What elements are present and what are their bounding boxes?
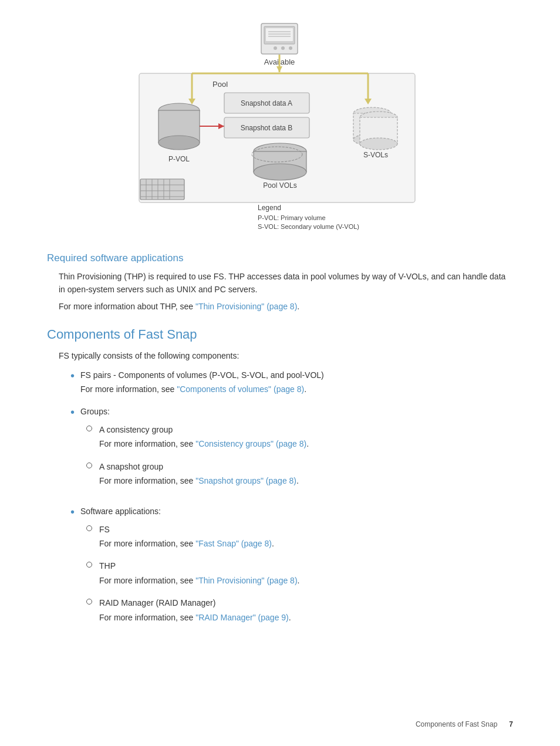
svg-text:P-VOL: Primary volume: P-VOL: Primary volume <box>258 214 326 221</box>
sub-title-snapshot: A snapshot group <box>99 460 299 473</box>
bullet-item-fs-pairs: • FS pairs - Components of volumes (P-VO… <box>70 369 513 397</box>
bullet-dot-3: • <box>70 505 75 519</box>
required-software-para2-suffix: . <box>297 302 299 311</box>
svg-text:Legend: Legend <box>258 204 281 212</box>
sub-content-snapshot: A snapshot group For more information, s… <box>99 460 299 489</box>
required-software-body: Thin Provisioning (THP) is required to u… <box>59 270 513 313</box>
components-intro: FS typically consists of the following c… <box>59 349 513 362</box>
svg-point-22 <box>158 136 200 150</box>
sub-item-fs: FS For more information, see "Fast Snap"… <box>86 523 513 552</box>
sub-content-thp: THP For more information, see "Thin Prov… <box>99 559 299 588</box>
svg-text:Pool VOLs: Pool VOLs <box>263 181 296 190</box>
footer-label: Components of Fast Snap <box>416 720 497 728</box>
fast-snap-link[interactable]: "Fast Snap" (page 8) <box>195 539 272 548</box>
consistency-groups-link[interactable]: "Consistency groups" (page 8) <box>195 439 306 448</box>
diagram-svg: Available Pool P-VOL <box>116 18 444 235</box>
raid-manager-link[interactable]: "RAID Manager" (page 9) <box>195 613 289 622</box>
sub-dot-4 <box>86 562 92 568</box>
svg-text:S-VOL: Secondary volume (V-VOL: S-VOL: Secondary volume (V-VOL) <box>258 223 359 230</box>
sub-content-raid: RAID Manager (RAID Manager) For more inf… <box>99 596 291 625</box>
svg-text:Snapshot data A: Snapshot data A <box>241 99 292 107</box>
bullet-text-2: Groups: <box>80 405 513 418</box>
required-software-para2-prefix: For more information about THP, see <box>59 302 195 311</box>
required-software-heading: Required software applications <box>47 252 513 264</box>
bullet-dot-2: • <box>70 405 75 419</box>
components-fast-snap-section: Components of Fast Snap FS typically con… <box>47 327 513 633</box>
groups-sub-list: A consistency group For more information… <box>86 423 513 489</box>
software-sub-list: FS For more information, see "Fast Snap"… <box>86 523 513 625</box>
svg-text:S-VOLs: S-VOLs <box>363 151 388 159</box>
components-fast-snap-heading: Components of Fast Snap <box>47 327 513 342</box>
bullet-dot-1: • <box>70 369 75 383</box>
sub-link-fs: For more information, see "Fast Snap" (p… <box>99 537 274 550</box>
bullet-item-software: • Software applications: FS For more inf… <box>70 505 513 633</box>
sub-content-consistency: A consistency group For more information… <box>99 423 309 452</box>
components-volumes-link[interactable]: "Components of volumes" (page 8) <box>177 384 304 394</box>
svg-point-32 <box>254 164 306 180</box>
sub-title-fs: FS <box>99 523 274 536</box>
sub-link-raid: For more information, see "RAID Manager"… <box>99 611 291 624</box>
sub-dot-3 <box>86 525 92 531</box>
bullet-link-1: For more information, see "Components of… <box>80 383 513 396</box>
bullet-item-groups: • Groups: A consistency group For more i… <box>70 405 513 497</box>
thin-provisioning-link[interactable]: "Thin Provisioning" (page 8) <box>195 302 297 311</box>
snapshot-groups-link[interactable]: "Snapshot groups" (page 8) <box>195 476 296 485</box>
required-software-section: Required software applications Thin Prov… <box>47 252 513 313</box>
svg-point-6 <box>274 46 277 50</box>
bullet-content-1: FS pairs - Components of volumes (P-VOL,… <box>80 369 513 397</box>
sub-dot-1 <box>86 426 92 431</box>
svg-point-40 <box>360 138 397 150</box>
sub-dot-5 <box>86 599 92 605</box>
page: Available Pool P-VOL <box>0 0 560 746</box>
page-footer: Components of Fast Snap 7 <box>416 720 513 728</box>
svg-text:Snapshot data B: Snapshot data B <box>241 124 293 132</box>
components-fast-snap-body: FS typically consists of the following c… <box>59 349 513 633</box>
svg-text:P-VOL: P-VOL <box>168 155 190 163</box>
svg-rect-2 <box>266 28 293 41</box>
svg-marker-13 <box>276 66 282 72</box>
sub-title-consistency: A consistency group <box>99 423 309 436</box>
sub-title-thp: THP <box>99 559 299 572</box>
sub-dot-2 <box>86 463 92 468</box>
svg-point-8 <box>289 46 292 50</box>
bullet-text-3: Software applications: <box>80 505 513 518</box>
sub-content-fs: FS For more information, see "Fast Snap"… <box>99 523 274 552</box>
required-software-para2: For more information about THP, see "Thi… <box>59 300 513 313</box>
sub-link-thp: For more information, see "Thin Provisio… <box>99 574 299 587</box>
sub-link-snapshot: For more information, see "Snapshot grou… <box>99 474 299 487</box>
footer-page: 7 <box>509 720 513 728</box>
svg-point-7 <box>281 46 285 50</box>
sub-item-thp: THP For more information, see "Thin Prov… <box>86 559 513 588</box>
sub-item-snapshot-group: A snapshot group For more information, s… <box>86 460 513 489</box>
svg-text:Pool: Pool <box>212 80 228 89</box>
sub-item-raid: RAID Manager (RAID Manager) For more inf… <box>86 596 513 625</box>
sub-link-consistency: For more information, see "Consistency g… <box>99 437 309 450</box>
sub-item-consistency-group: A consistency group For more information… <box>86 423 513 452</box>
thin-provisioning-link-2[interactable]: "Thin Provisioning" (page 8) <box>195 576 297 585</box>
components-bullet-list: • FS pairs - Components of volumes (P-VO… <box>70 369 513 633</box>
bullet-content-3: Software applications: FS For more infor… <box>80 505 513 633</box>
sub-title-raid: RAID Manager (RAID Manager) <box>99 596 291 609</box>
required-software-para1: Thin Provisioning (THP) is required to u… <box>59 270 513 296</box>
bullet-content-2: Groups: A consistency group For more inf… <box>80 405 513 497</box>
bullet-text-1: FS pairs - Components of volumes (P-VOL,… <box>80 369 513 382</box>
diagram-container: Available Pool P-VOL <box>47 18 513 235</box>
